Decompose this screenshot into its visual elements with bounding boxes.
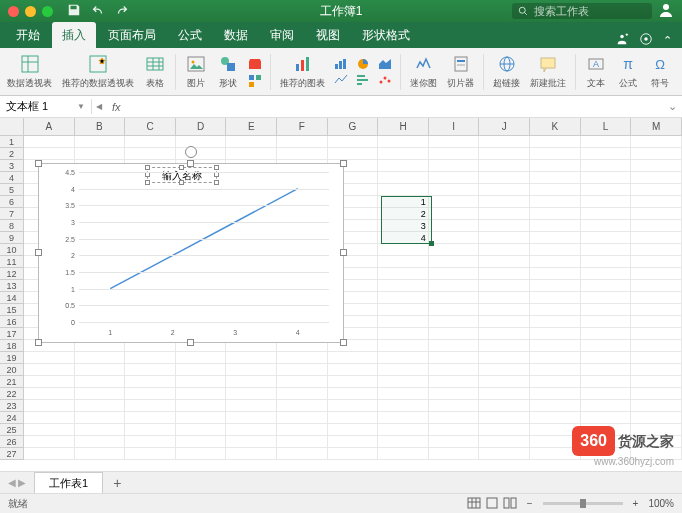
name-box[interactable]: 文本框 1▼ bbox=[0, 99, 92, 114]
pivot-table-button[interactable]: 数据透视表 bbox=[4, 53, 55, 90]
bar-chart-icon[interactable] bbox=[354, 73, 372, 87]
svg-rect-5 bbox=[22, 56, 38, 72]
ribbon-tabs: 开始 插入 页面布局 公式 数据 审阅 视图 形状格式 ⌃ bbox=[0, 22, 682, 48]
chevron-down-icon[interactable]: ▼ bbox=[77, 102, 85, 111]
share-icon[interactable] bbox=[615, 32, 629, 48]
tab-data[interactable]: 数据 bbox=[214, 22, 258, 48]
recommended-charts-button[interactable]: 推荐的图表 bbox=[277, 53, 328, 90]
resize-handle[interactable] bbox=[340, 160, 347, 167]
resize-handle[interactable] bbox=[187, 339, 194, 346]
svg-rect-17 bbox=[301, 60, 304, 71]
zoom-slider[interactable] bbox=[543, 502, 623, 505]
collapse-namebox-icon[interactable]: ◀ bbox=[92, 102, 106, 111]
tab-page-layout[interactable]: 页面布局 bbox=[98, 22, 166, 48]
equation-button[interactable]: π公式 bbox=[614, 53, 642, 90]
resize-handle[interactable] bbox=[35, 160, 42, 167]
svg-rect-18 bbox=[306, 57, 309, 71]
save-icon[interactable] bbox=[67, 3, 81, 19]
resize-handle[interactable] bbox=[187, 160, 194, 167]
expand-formula-icon[interactable]: ⌄ bbox=[662, 100, 682, 113]
svg-rect-20 bbox=[339, 61, 342, 69]
status-bar: 就绪 − + 100% bbox=[0, 493, 682, 513]
svg-rect-16 bbox=[296, 64, 299, 71]
tab-view[interactable]: 视图 bbox=[306, 22, 350, 48]
chart-y-axis: 00.511.522.533.544.5 bbox=[55, 172, 77, 322]
comment-button[interactable]: 新建批注 bbox=[527, 53, 569, 90]
view-switcher bbox=[467, 497, 517, 511]
normal-view-icon[interactable] bbox=[467, 497, 481, 511]
svg-rect-14 bbox=[256, 75, 261, 80]
zoom-in-button[interactable]: + bbox=[633, 498, 639, 509]
svg-rect-34 bbox=[541, 58, 555, 68]
minimize-icon[interactable] bbox=[25, 6, 36, 17]
zoom-level[interactable]: 100% bbox=[648, 498, 674, 509]
tab-shape-format[interactable]: 形状格式 bbox=[352, 22, 420, 48]
search-input[interactable] bbox=[512, 3, 652, 19]
sparkline-button[interactable]: 迷你图 bbox=[407, 53, 440, 90]
fx-label[interactable]: fx bbox=[106, 101, 127, 113]
page-break-view-icon[interactable] bbox=[503, 497, 517, 511]
textbox-button[interactable]: A文本 bbox=[582, 53, 610, 90]
resize-handle[interactable] bbox=[35, 339, 42, 346]
svg-rect-21 bbox=[343, 59, 346, 69]
maximize-icon[interactable] bbox=[42, 6, 53, 17]
table-button[interactable]: 表格 bbox=[141, 53, 169, 90]
add-sheet-button[interactable]: + bbox=[105, 475, 129, 491]
ribbon: 数据透视表 推荐的数据透视表 表格 图片 形状 推荐的图表 迷你图 切片器 超链… bbox=[0, 48, 682, 96]
svg-rect-11 bbox=[227, 63, 235, 71]
resize-handle[interactable] bbox=[340, 249, 347, 256]
rotate-handle-icon[interactable] bbox=[185, 146, 197, 158]
column-chart-icon[interactable] bbox=[332, 57, 350, 71]
help-icon[interactable] bbox=[639, 32, 653, 48]
tab-formulas[interactable]: 公式 bbox=[168, 22, 212, 48]
svg-rect-24 bbox=[357, 79, 368, 81]
myaddins-icon[interactable] bbox=[246, 73, 264, 87]
store-icon[interactable] bbox=[246, 57, 264, 71]
zoom-out-button[interactable]: − bbox=[527, 498, 533, 509]
resize-handle[interactable] bbox=[35, 249, 42, 256]
page-layout-view-icon[interactable] bbox=[485, 497, 499, 511]
tab-insert[interactable]: 插入 bbox=[52, 22, 96, 48]
row-headers[interactable]: 1234567891011121314151617181920212223242… bbox=[0, 136, 24, 460]
svg-rect-13 bbox=[249, 75, 254, 80]
area-chart-icon[interactable] bbox=[376, 57, 394, 71]
collapse-ribbon-icon[interactable]: ⌃ bbox=[663, 34, 672, 47]
undo-icon[interactable] bbox=[91, 3, 105, 19]
tab-review[interactable]: 审阅 bbox=[260, 22, 304, 48]
document-title: 工作簿1 bbox=[320, 3, 363, 20]
svg-rect-30 bbox=[457, 60, 465, 62]
line-chart-icon[interactable] bbox=[332, 73, 350, 87]
svg-rect-31 bbox=[457, 64, 465, 66]
scatter-chart-icon[interactable] bbox=[376, 73, 394, 87]
hyperlink-button[interactable]: 超链接 bbox=[490, 53, 523, 90]
close-icon[interactable] bbox=[8, 6, 19, 17]
user-icon[interactable] bbox=[658, 2, 674, 20]
svg-rect-41 bbox=[504, 498, 509, 508]
svg-point-27 bbox=[384, 76, 387, 79]
svg-point-4 bbox=[644, 37, 648, 41]
symbol-button[interactable]: Ω符号 bbox=[646, 53, 674, 90]
spreadsheet-grid[interactable]: ABCDEFGHIJKLM 12345678910111213141516171… bbox=[0, 118, 682, 468]
svg-rect-39 bbox=[468, 498, 480, 508]
resize-handle[interactable] bbox=[340, 339, 347, 346]
chart-plot-area[interactable]: 1234 bbox=[79, 172, 329, 322]
pie-chart-icon[interactable] bbox=[354, 57, 372, 71]
shapes-button[interactable]: 形状 bbox=[214, 53, 242, 90]
chart-object[interactable]: 输入名称 00.511.522.533.544.5 1234 bbox=[38, 163, 344, 343]
svg-rect-23 bbox=[357, 75, 365, 77]
redo-icon[interactable] bbox=[115, 3, 129, 19]
column-headers[interactable]: ABCDEFGHIJKLM bbox=[24, 118, 682, 136]
recommended-pivot-button[interactable]: 推荐的数据透视表 bbox=[59, 53, 137, 90]
select-all-corner[interactable] bbox=[0, 118, 24, 136]
picture-button[interactable]: 图片 bbox=[182, 53, 210, 90]
chart-types bbox=[332, 57, 350, 87]
status-ready: 就绪 bbox=[8, 497, 28, 511]
slicer-button[interactable]: 切片器 bbox=[444, 53, 477, 90]
sheet-nav-next-icon[interactable]: ▶ bbox=[18, 477, 26, 488]
sheet-nav-prev-icon[interactable]: ◀ bbox=[8, 477, 16, 488]
sheet-tab-active[interactable]: 工作表1 bbox=[34, 472, 103, 494]
titlebar: 工作簿1 bbox=[0, 0, 682, 22]
svg-point-28 bbox=[388, 79, 391, 82]
tab-home[interactable]: 开始 bbox=[6, 22, 50, 48]
addins-group bbox=[246, 57, 264, 87]
